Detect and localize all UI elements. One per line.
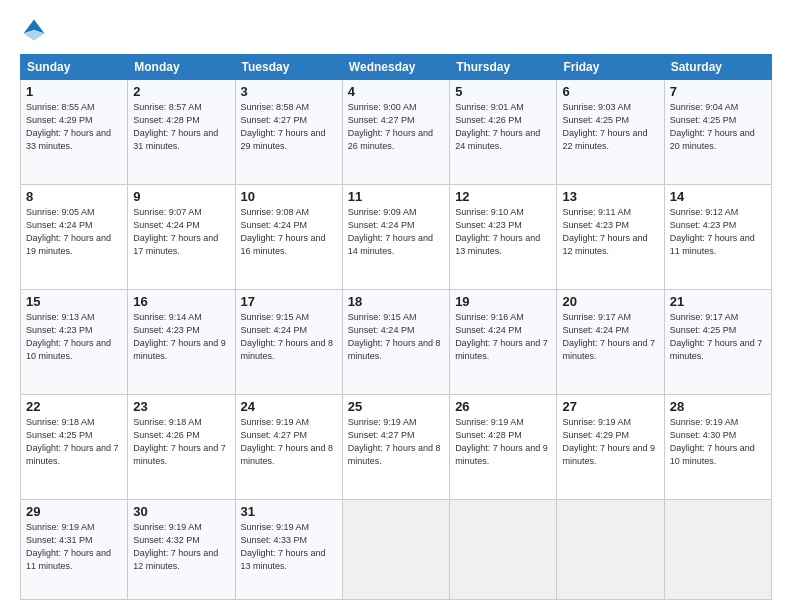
day-info: Sunrise: 9:19 AMSunset: 4:29 PMDaylight:… (562, 416, 658, 468)
day-info: Sunrise: 9:10 AMSunset: 4:23 PMDaylight:… (455, 206, 551, 258)
calendar-cell (342, 499, 449, 599)
page: SundayMondayTuesdayWednesdayThursdayFrid… (0, 0, 792, 612)
day-number: 2 (133, 84, 229, 99)
calendar-cell: 5Sunrise: 9:01 AMSunset: 4:26 PMDaylight… (450, 80, 557, 185)
day-number: 29 (26, 504, 122, 519)
day-number: 5 (455, 84, 551, 99)
day-number: 21 (670, 294, 766, 309)
calendar-cell: 1Sunrise: 8:55 AMSunset: 4:29 PMDaylight… (21, 80, 128, 185)
calendar-cell (450, 499, 557, 599)
day-number: 10 (241, 189, 337, 204)
day-info: Sunrise: 9:03 AMSunset: 4:25 PMDaylight:… (562, 101, 658, 153)
day-info: Sunrise: 8:57 AMSunset: 4:28 PMDaylight:… (133, 101, 229, 153)
day-info: Sunrise: 9:19 AMSunset: 4:27 PMDaylight:… (348, 416, 444, 468)
day-info: Sunrise: 9:05 AMSunset: 4:24 PMDaylight:… (26, 206, 122, 258)
calendar-cell: 26Sunrise: 9:19 AMSunset: 4:28 PMDayligh… (450, 394, 557, 499)
day-number: 15 (26, 294, 122, 309)
calendar-cell: 8Sunrise: 9:05 AMSunset: 4:24 PMDaylight… (21, 184, 128, 289)
day-info: Sunrise: 9:19 AMSunset: 4:30 PMDaylight:… (670, 416, 766, 468)
day-number: 23 (133, 399, 229, 414)
calendar-cell: 6Sunrise: 9:03 AMSunset: 4:25 PMDaylight… (557, 80, 664, 185)
calendar-cell: 25Sunrise: 9:19 AMSunset: 4:27 PMDayligh… (342, 394, 449, 499)
day-number: 9 (133, 189, 229, 204)
calendar-cell: 28Sunrise: 9:19 AMSunset: 4:30 PMDayligh… (664, 394, 771, 499)
day-info: Sunrise: 9:09 AMSunset: 4:24 PMDaylight:… (348, 206, 444, 258)
calendar-cell: 7Sunrise: 9:04 AMSunset: 4:25 PMDaylight… (664, 80, 771, 185)
day-info: Sunrise: 9:04 AMSunset: 4:25 PMDaylight:… (670, 101, 766, 153)
day-number: 3 (241, 84, 337, 99)
day-number: 30 (133, 504, 229, 519)
week-row-5: 29Sunrise: 9:19 AMSunset: 4:31 PMDayligh… (21, 499, 772, 599)
week-row-1: 1Sunrise: 8:55 AMSunset: 4:29 PMDaylight… (21, 80, 772, 185)
logo-icon (20, 16, 48, 44)
calendar-cell: 29Sunrise: 9:19 AMSunset: 4:31 PMDayligh… (21, 499, 128, 599)
calendar-cell: 23Sunrise: 9:18 AMSunset: 4:26 PMDayligh… (128, 394, 235, 499)
day-number: 12 (455, 189, 551, 204)
day-number: 31 (241, 504, 337, 519)
day-info: Sunrise: 9:01 AMSunset: 4:26 PMDaylight:… (455, 101, 551, 153)
calendar-cell: 2Sunrise: 8:57 AMSunset: 4:28 PMDaylight… (128, 80, 235, 185)
logo (20, 16, 52, 44)
calendar-cell: 13Sunrise: 9:11 AMSunset: 4:23 PMDayligh… (557, 184, 664, 289)
day-info: Sunrise: 9:17 AMSunset: 4:24 PMDaylight:… (562, 311, 658, 363)
day-number: 28 (670, 399, 766, 414)
calendar-cell: 14Sunrise: 9:12 AMSunset: 4:23 PMDayligh… (664, 184, 771, 289)
day-info: Sunrise: 9:17 AMSunset: 4:25 PMDaylight:… (670, 311, 766, 363)
calendar-cell: 27Sunrise: 9:19 AMSunset: 4:29 PMDayligh… (557, 394, 664, 499)
day-header-friday: Friday (557, 55, 664, 80)
day-info: Sunrise: 9:19 AMSunset: 4:33 PMDaylight:… (241, 521, 337, 573)
calendar-cell: 9Sunrise: 9:07 AMSunset: 4:24 PMDaylight… (128, 184, 235, 289)
header (20, 16, 772, 44)
day-header-thursday: Thursday (450, 55, 557, 80)
day-header-saturday: Saturday (664, 55, 771, 80)
day-info: Sunrise: 9:00 AMSunset: 4:27 PMDaylight:… (348, 101, 444, 153)
calendar-cell (557, 499, 664, 599)
day-number: 18 (348, 294, 444, 309)
calendar-cell: 22Sunrise: 9:18 AMSunset: 4:25 PMDayligh… (21, 394, 128, 499)
day-header-tuesday: Tuesday (235, 55, 342, 80)
day-number: 22 (26, 399, 122, 414)
day-info: Sunrise: 9:19 AMSunset: 4:28 PMDaylight:… (455, 416, 551, 468)
day-number: 24 (241, 399, 337, 414)
calendar-cell: 31Sunrise: 9:19 AMSunset: 4:33 PMDayligh… (235, 499, 342, 599)
day-number: 16 (133, 294, 229, 309)
week-row-3: 15Sunrise: 9:13 AMSunset: 4:23 PMDayligh… (21, 289, 772, 394)
day-number: 8 (26, 189, 122, 204)
calendar-cell: 18Sunrise: 9:15 AMSunset: 4:24 PMDayligh… (342, 289, 449, 394)
day-info: Sunrise: 8:55 AMSunset: 4:29 PMDaylight:… (26, 101, 122, 153)
day-info: Sunrise: 9:11 AMSunset: 4:23 PMDaylight:… (562, 206, 658, 258)
calendar-cell: 10Sunrise: 9:08 AMSunset: 4:24 PMDayligh… (235, 184, 342, 289)
day-number: 6 (562, 84, 658, 99)
day-number: 11 (348, 189, 444, 204)
calendar-table: SundayMondayTuesdayWednesdayThursdayFrid… (20, 54, 772, 600)
day-info: Sunrise: 9:08 AMSunset: 4:24 PMDaylight:… (241, 206, 337, 258)
calendar-cell: 11Sunrise: 9:09 AMSunset: 4:24 PMDayligh… (342, 184, 449, 289)
day-info: Sunrise: 8:58 AMSunset: 4:27 PMDaylight:… (241, 101, 337, 153)
day-info: Sunrise: 9:14 AMSunset: 4:23 PMDaylight:… (133, 311, 229, 363)
day-info: Sunrise: 9:18 AMSunset: 4:26 PMDaylight:… (133, 416, 229, 468)
day-number: 27 (562, 399, 658, 414)
day-info: Sunrise: 9:12 AMSunset: 4:23 PMDaylight:… (670, 206, 766, 258)
calendar-cell: 21Sunrise: 9:17 AMSunset: 4:25 PMDayligh… (664, 289, 771, 394)
calendar-cell: 24Sunrise: 9:19 AMSunset: 4:27 PMDayligh… (235, 394, 342, 499)
day-number: 14 (670, 189, 766, 204)
day-number: 25 (348, 399, 444, 414)
calendar-cell: 16Sunrise: 9:14 AMSunset: 4:23 PMDayligh… (128, 289, 235, 394)
day-info: Sunrise: 9:15 AMSunset: 4:24 PMDaylight:… (348, 311, 444, 363)
week-row-4: 22Sunrise: 9:18 AMSunset: 4:25 PMDayligh… (21, 394, 772, 499)
calendar-cell: 30Sunrise: 9:19 AMSunset: 4:32 PMDayligh… (128, 499, 235, 599)
day-number: 17 (241, 294, 337, 309)
calendar-cell: 4Sunrise: 9:00 AMSunset: 4:27 PMDaylight… (342, 80, 449, 185)
day-info: Sunrise: 9:13 AMSunset: 4:23 PMDaylight:… (26, 311, 122, 363)
day-info: Sunrise: 9:19 AMSunset: 4:32 PMDaylight:… (133, 521, 229, 573)
calendar-cell: 19Sunrise: 9:16 AMSunset: 4:24 PMDayligh… (450, 289, 557, 394)
day-number: 4 (348, 84, 444, 99)
day-header-monday: Monday (128, 55, 235, 80)
day-number: 26 (455, 399, 551, 414)
day-number: 13 (562, 189, 658, 204)
day-info: Sunrise: 9:15 AMSunset: 4:24 PMDaylight:… (241, 311, 337, 363)
week-row-2: 8Sunrise: 9:05 AMSunset: 4:24 PMDaylight… (21, 184, 772, 289)
day-info: Sunrise: 9:19 AMSunset: 4:31 PMDaylight:… (26, 521, 122, 573)
calendar-cell: 15Sunrise: 9:13 AMSunset: 4:23 PMDayligh… (21, 289, 128, 394)
day-header-sunday: Sunday (21, 55, 128, 80)
